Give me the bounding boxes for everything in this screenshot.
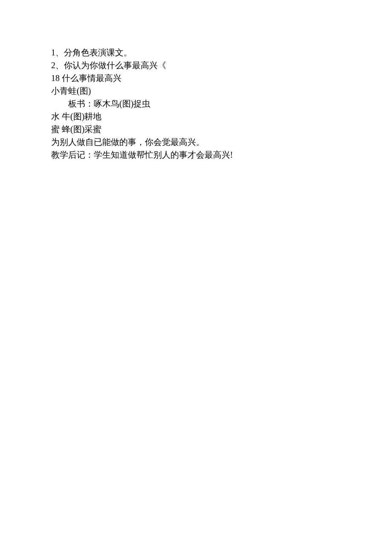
- text-line: 小青蛙(图): [51, 84, 341, 97]
- text-line: 为别人做自已能做的事，你会觉最高兴。: [51, 136, 341, 148]
- text-line: 教学后记：学生知道做帮忙别人的事才会最高兴!: [51, 148, 341, 161]
- text-line: 18 什么事情最高兴: [51, 72, 341, 84]
- document-page: 1、分角色表演课文。 2、你认为你做什么事最高兴《 18 什么事情最高兴 小青蛙…: [0, 0, 392, 161]
- text-line: 蜜 蜂(图)采蜜: [51, 123, 341, 136]
- text-line: 水 牛(图)耕地: [51, 110, 341, 123]
- text-line: 1、分角色表演课文。: [51, 46, 341, 59]
- text-line: 2、你认为你做什么事最高兴《: [51, 59, 341, 72]
- text-line: 板书：啄木鸟(图)捉虫: [51, 97, 341, 110]
